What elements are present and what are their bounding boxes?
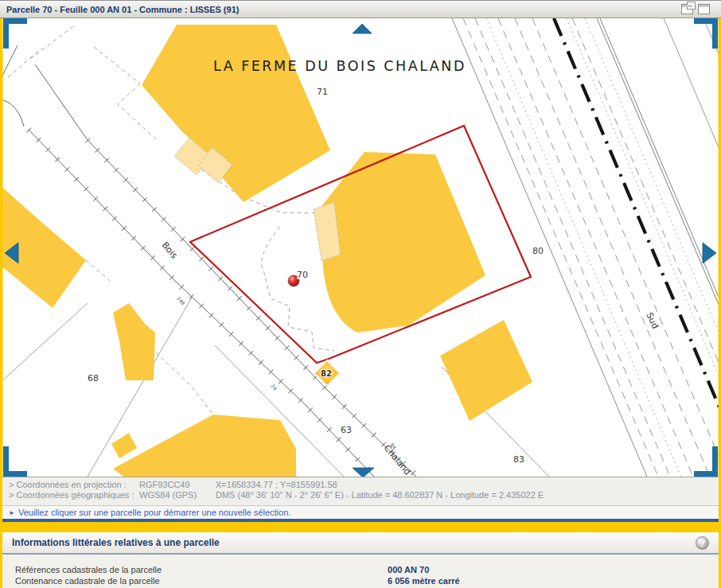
parcel-82-label[interactable]: 82 — [321, 369, 332, 378]
bullet-icon: ► — [2, 509, 18, 516]
geographic-label: > Coordonnées géographiques : — [9, 490, 139, 500]
cadastral-area-value: 6 056 mètre carré — [388, 576, 460, 586]
window-title-bar: Parcelle 70 - Feuille 000 AN 01 - Commun… — [0, 0, 721, 18]
window-title: Parcelle 70 - Feuille 000 AN 01 - Commun… — [0, 5, 239, 14]
place-name-label: LA FERME DU BOIS CHALAND — [213, 58, 466, 74]
geographic-value: DMS (48° 36' 10'' N - 2° 26' 6'' E) - La… — [216, 490, 719, 500]
info-panel-header: Informations littérales relatives à une … — [2, 532, 719, 555]
parcel-71-label[interactable]: 71 — [317, 87, 328, 97]
coordinates-status-bar: > Coordonnées en projection : RGF93CC49 … — [2, 477, 719, 505]
window-controls — [681, 4, 710, 14]
cadastral-reference-value: 000 AN 70 — [388, 565, 429, 574]
cadastral-reference-label: Références cadastrales de la parcelle — [15, 564, 385, 575]
restore-window-icon[interactable] — [681, 4, 693, 14]
cadastral-reference-row: Références cadastrales de la parcelle 00… — [15, 564, 719, 575]
cadastral-area-label: Contenance cadastrale de la parcelle — [15, 575, 385, 586]
info-panel-body: Références cadastrales de la parcelle 00… — [2, 555, 719, 586]
parcel-83-label[interactable]: 83 — [513, 454, 524, 465]
cadastral-area-row: Contenance cadastrale de la parcelle 6 0… — [15, 575, 719, 586]
left-page-strip — [0, 18, 3, 477]
page-gap — [0, 522, 721, 532]
projection-coordinates-row: > Coordonnées en projection : RGF93CC49 … — [2, 480, 719, 490]
projection-label: > Coordonnées en projection : — [9, 480, 139, 490]
projection-system: RGF93CC49 — [139, 480, 216, 490]
parcel-70-label[interactable]: 70 — [297, 270, 308, 280]
instruction-bar: ► Veuillez cliquer sur une parcelle pour… — [2, 505, 719, 519]
map-viewport[interactable]: LA FERME DU BOIS CHALAND 71 80 70 68 63 … — [0, 18, 721, 477]
help-icon[interactable]: ? — [696, 536, 709, 550]
parcel-info-panel: Informations littérales relatives à une … — [2, 532, 719, 588]
maximize-window-icon[interactable] — [698, 4, 710, 14]
parcel-63-label[interactable]: 63 — [341, 425, 352, 435]
geographic-coordinates-row: > Coordonnées géographiques : WGS84 (GPS… — [2, 490, 719, 500]
geographic-system: WGS84 (GPS) — [139, 490, 216, 500]
info-panel-title: Informations littérales relatives à une … — [12, 537, 220, 548]
parcel-80-label[interactable]: 80 — [532, 246, 544, 256]
instruction-text: Veuillez cliquer sur une parcelle pour d… — [18, 508, 290, 517]
projection-value: X=1658334.77 ; Y=8155991.58 — [216, 480, 719, 490]
parcel-68-label[interactable]: 68 — [88, 373, 99, 384]
cadastre-app-window: Parcelle 70 - Feuille 000 AN 01 - Commun… — [0, 0, 721, 588]
right-page-strip — [719, 18, 721, 477]
map-canvas[interactable]: LA FERME DU BOIS CHALAND 71 80 70 68 63 … — [0, 18, 721, 477]
